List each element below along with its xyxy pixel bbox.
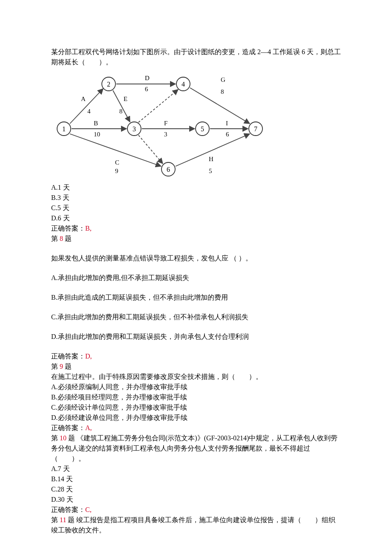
answer-value: A, (85, 424, 92, 431)
q7-option-c: C.5 天 (51, 203, 341, 213)
svg-text:C: C (115, 159, 119, 166)
svg-text:D: D (145, 75, 150, 81)
svg-text:E: E (124, 95, 127, 102)
svg-text:1: 1 (62, 125, 66, 133)
svg-text:6: 6 (167, 166, 170, 173)
svg-text:8: 8 (119, 108, 123, 115)
svg-text:H: H (209, 156, 213, 162)
q9-answer: 正确答案：A, (51, 423, 341, 433)
q9-option-d: D.必须经建设单位同意，并办理修改审批手续 (51, 413, 341, 423)
network-diagram: 1 2 3 4 5 6 7 A4 B10 C9 D6 E8 F3 G8 H5 I… (51, 69, 268, 180)
q8-option-d: D.承担由此增加的费用和工期延误损失，并向承包人支付合理利润 (51, 332, 341, 342)
q-suffix-stem: 题 竣工报告是指工程项目具备竣工条件后，施工单位向建设单位报告，提请（ ）组织竣… (51, 516, 335, 534)
q10-option-a: A.7 天 (51, 464, 341, 474)
edge-A (70, 89, 103, 124)
q-prefix: 第 (51, 434, 60, 442)
svg-text:I: I (226, 120, 228, 127)
svg-text:A: A (81, 95, 86, 102)
page: 某分部工程双代号网络计划如下图所示。由于设计图纸的变更，造成 2—4 工作延误 … (0, 0, 392, 555)
svg-text:7: 7 (254, 125, 257, 133)
q10-answer: 正确答案：C, (51, 505, 341, 515)
svg-text:F: F (164, 120, 167, 127)
q8-header: 第 8 题 (51, 234, 341, 244)
answer-label: 正确答案： (51, 506, 85, 513)
q10-option-d: D.30 天 (51, 494, 341, 505)
q-number: 10 (60, 434, 66, 442)
q7-stem: 某分部工程双代号网络计划如下图所示。由于设计图纸的变更，造成 2—4 工作延误 … (51, 47, 341, 67)
q-prefix: 第 (51, 235, 60, 242)
svg-text:6: 6 (226, 131, 229, 138)
svg-text:8: 8 (221, 88, 224, 95)
edge-dummy-3-4 (138, 90, 178, 122)
edge-G (190, 88, 250, 124)
diagram-svg: 1 2 3 4 5 6 7 A4 B10 C9 D6 E8 F3 G8 H5 I… (51, 69, 268, 180)
q-number: 11 (60, 516, 66, 523)
q-number: 8 (60, 235, 63, 242)
q9-option-a: A.必须经原编制人同意，并办理修改审批手续 (51, 382, 341, 392)
svg-text:G: G (221, 76, 225, 83)
answer-label: 正确答案： (51, 225, 85, 232)
svg-text:4: 4 (87, 108, 91, 115)
q8-answer: 正确答案：D, (51, 351, 341, 361)
answer-value: D, (85, 353, 92, 360)
q9-option-b: B.必须经项目经理同意，并办理修改审批手续 (51, 392, 341, 402)
svg-text:B: B (94, 120, 98, 127)
q8-option-c: C.承担由此增加的费用和工期延误损失，但不补偿承包人利润损失 (51, 312, 341, 322)
q-suffix: 题 (63, 363, 72, 370)
svg-text:3: 3 (164, 131, 167, 138)
q7-option-b: B.3 天 (51, 193, 341, 203)
q7-answer: 正确答案：B, (51, 223, 341, 234)
answer-label: 正确答案： (51, 424, 85, 431)
q9-stem: 在施工过程中。由于特殊原因需要修改原安全技术措施，则（ ）。 (51, 372, 341, 382)
svg-text:6: 6 (145, 86, 148, 92)
q10-header-stem: 第 10 题 《建筑工程施工劳务分包合同(示范文本)》(GF-2003-0214… (51, 433, 341, 464)
q-suffix-stem: 题 《建筑工程施工劳务分包合同(示范文本)》(GF-2003-0214)中规定，… (51, 434, 337, 462)
svg-text:5: 5 (201, 125, 204, 133)
q-prefix: 第 (51, 363, 60, 370)
q10-option-c: C.28 天 (51, 484, 341, 494)
q11-header-stem: 第 11 题 竣工报告是指工程项目具备竣工条件后，施工单位向建设单位报告，提请（… (51, 515, 341, 535)
q8-option-a: A.承担由此增加的费用,但不承担工期延误损失 (51, 273, 341, 283)
q9-option-c: C.必须经设计单位同意，并办理修改审批手续 (51, 402, 341, 413)
svg-text:9: 9 (115, 168, 118, 174)
answer-label: 正确答案： (51, 353, 85, 360)
q-prefix: 第 (51, 516, 60, 523)
q7-option-d: D.6 天 (51, 213, 341, 223)
svg-text:2: 2 (107, 81, 110, 88)
q-number: 9 (60, 363, 63, 370)
q8-option-b: B.承担由此造成的工期延误损失，但不承担由此增加的费用 (51, 292, 341, 303)
q8-stem: 如果发包人提供的测量基准点错误导致工程损失，发包人应 （ ）。 (51, 253, 341, 263)
svg-text:4: 4 (182, 81, 185, 88)
answer-value: B, (85, 225, 92, 232)
svg-text:5: 5 (209, 168, 212, 174)
answer-value: C, (85, 506, 92, 513)
q10-option-b: B.14 天 (51, 474, 341, 484)
svg-text:10: 10 (94, 131, 100, 138)
q-suffix: 题 (63, 235, 72, 242)
q9-header: 第 9 题 (51, 361, 341, 372)
svg-text:3: 3 (133, 125, 136, 133)
q7-option-a: A.1 天 (51, 182, 341, 193)
